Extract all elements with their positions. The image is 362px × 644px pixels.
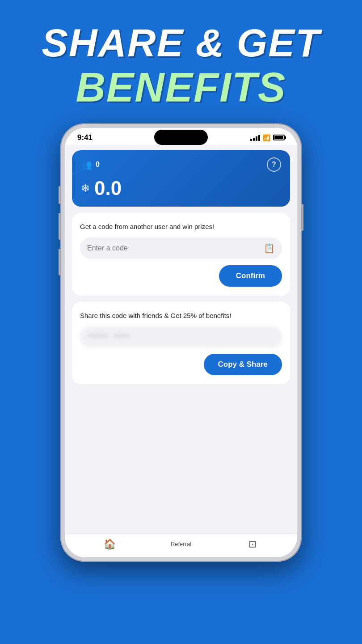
copy-share-button[interactable]: Copy & Share [204, 354, 282, 375]
confirm-button[interactable]: Confirm [219, 265, 282, 287]
users-count: 0 [96, 161, 100, 169]
referral-label: Referral [171, 541, 191, 547]
share-code-label: Share this code with friends & Get 25% o… [80, 311, 282, 320]
code-input-row: 📋 [80, 237, 282, 259]
home-icon: 🏠 [104, 538, 116, 550]
status-icons: 📶 [250, 134, 285, 141]
phone-mockup: 9:41 📶 👥 [60, 123, 302, 562]
referral-code-display: **** *** [80, 326, 282, 347]
nav-referral[interactable]: Referral [168, 541, 194, 547]
phone-power-button [302, 204, 303, 231]
snowflake-icon: ❄ [81, 182, 90, 195]
phone-volume-down [59, 249, 60, 275]
status-time: 9:41 [77, 133, 93, 142]
help-button[interactable]: ? [267, 157, 281, 172]
phone-silent-switch [59, 186, 60, 204]
hero-section: SHARE & GET BENEFITS [42, 21, 320, 110]
bottom-nav: 🏠 Referral ⊡ [65, 534, 297, 557]
hero-line1: SHARE & GET [42, 21, 320, 65]
battery-icon [273, 135, 285, 140]
code-input[interactable] [87, 244, 260, 252]
status-bar: 9:41 📶 [65, 128, 297, 145]
enter-code-label: Get a code from another user and win pri… [80, 222, 282, 231]
phone-screen: 9:41 📶 👥 [65, 128, 297, 557]
wallet-icon: ⊡ [248, 538, 257, 550]
hero-line2: BENEFITS [42, 65, 320, 110]
app-content: 👥 0 ? ❄ 0.0 Get a code from another user… [65, 145, 297, 534]
stats-value-number: 0.0 [94, 177, 122, 199]
stats-card: 👥 0 ? ❄ 0.0 [72, 150, 290, 207]
enter-code-card: Get a code from another user and win pri… [72, 213, 290, 296]
nav-home[interactable]: 🏠 [96, 538, 123, 550]
wifi-icon: 📶 [263, 134, 270, 141]
users-icon: 👥 [81, 159, 92, 170]
share-code-card: Share this code with friends & Get 25% o… [72, 302, 290, 384]
dynamic-island [154, 130, 208, 145]
clipboard-icon[interactable]: 📋 [264, 243, 275, 254]
users-count-section: 👥 0 [81, 159, 100, 170]
signal-bars-icon [250, 135, 260, 141]
phone-volume-up [59, 213, 60, 240]
value-section: ❄ 0.0 [81, 177, 281, 199]
nav-wallet[interactable]: ⊡ [239, 538, 266, 550]
